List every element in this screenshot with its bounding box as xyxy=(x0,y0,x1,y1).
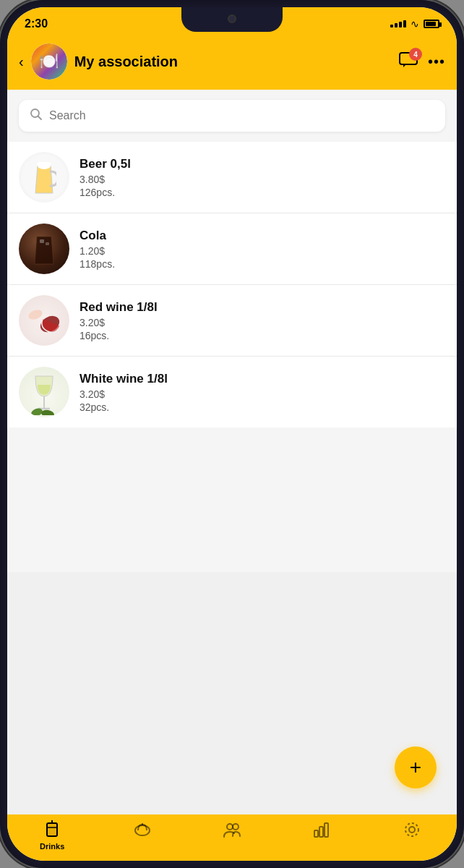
content-area: Beer 0,5l 3.80$ 126pcs. xyxy=(7,90,457,814)
beer-glass-icon xyxy=(32,158,56,196)
item-info: Beer 0,5l 3.80$ 126pcs. xyxy=(80,157,445,198)
page-title: My association xyxy=(74,54,392,70)
drinks-list: Beer 0,5l 3.80$ 126pcs. xyxy=(7,142,457,427)
svg-point-9 xyxy=(27,308,44,321)
notification-badge: 4 xyxy=(409,48,422,61)
item-name: Beer 0,5l xyxy=(80,157,445,171)
association-avatar xyxy=(31,43,67,80)
item-qty: 126pcs. xyxy=(80,187,445,198)
item-name: Red wine 1/8l xyxy=(80,300,445,315)
list-item[interactable]: Beer 0,5l 3.80$ 126pcs. xyxy=(7,142,457,213)
item-qty: 16pcs. xyxy=(80,330,445,341)
svg-rect-23 xyxy=(325,823,328,837)
header-actions: 4 ••• xyxy=(399,52,445,71)
svg-line-2 xyxy=(38,116,42,120)
item-qty: 32pcs. xyxy=(80,401,445,413)
item-price: 3.80$ xyxy=(80,174,445,185)
svg-point-5 xyxy=(44,162,51,166)
item-price: 1.20$ xyxy=(80,245,445,257)
header: ‹ My association 4 ••• xyxy=(7,36,457,90)
nav-item-settings[interactable] xyxy=(367,820,457,842)
camera xyxy=(228,14,236,23)
status-icons: ∿ xyxy=(390,18,439,30)
red-wine-icon xyxy=(22,299,66,342)
svg-point-19 xyxy=(227,824,233,830)
nav-item-members[interactable] xyxy=(187,820,277,842)
svg-point-25 xyxy=(405,823,418,836)
notch xyxy=(181,7,283,32)
add-button[interactable]: + xyxy=(395,746,437,788)
chat-button[interactable]: 4 xyxy=(399,52,418,71)
search-box xyxy=(19,100,445,132)
svg-rect-21 xyxy=(314,830,318,837)
nav-item-food[interactable] xyxy=(97,820,186,842)
item-thumbnail xyxy=(19,224,69,274)
list-item[interactable]: White wine 1/8l 3.20$ 32pcs. xyxy=(7,357,457,427)
bottom-nav: Drinks xyxy=(7,814,457,861)
battery-icon xyxy=(424,20,439,28)
item-thumbnail xyxy=(19,152,69,203)
item-price: 3.20$ xyxy=(80,388,445,400)
svg-rect-7 xyxy=(46,242,49,245)
item-qty: 118pcs. xyxy=(80,258,445,270)
svg-rect-22 xyxy=(319,827,323,837)
members-nav-icon xyxy=(223,820,241,839)
avatar xyxy=(31,43,67,80)
svg-rect-14 xyxy=(47,823,57,836)
svg-point-24 xyxy=(409,827,415,833)
nav-item-drinks[interactable]: Drinks xyxy=(7,820,97,851)
list-item[interactable]: Red wine 1/8l 3.20$ 16pcs. xyxy=(7,285,457,357)
item-name: Cola xyxy=(80,229,445,243)
svg-point-20 xyxy=(233,824,239,830)
more-button[interactable]: ••• xyxy=(428,54,445,70)
stats-nav-icon xyxy=(312,820,331,839)
empty-space xyxy=(7,427,457,572)
item-thumbnail xyxy=(19,295,69,346)
svg-point-13 xyxy=(40,409,54,415)
item-thumbnail xyxy=(19,367,69,417)
white-wine-icon xyxy=(22,369,66,415)
status-time: 2:30 xyxy=(25,17,48,30)
drinks-nav-icon xyxy=(43,820,61,839)
search-icon xyxy=(30,109,42,123)
item-info: White wine 1/8l 3.20$ 32pcs. xyxy=(80,372,445,413)
phone-screen: 2:30 ∿ ‹ My association xyxy=(7,7,457,861)
search-input[interactable] xyxy=(49,109,434,122)
item-name: White wine 1/8l xyxy=(80,372,445,386)
settings-nav-icon xyxy=(403,820,421,839)
wifi-icon: ∿ xyxy=(411,18,419,30)
svg-point-4 xyxy=(37,162,44,166)
nav-label-drinks: Drinks xyxy=(40,842,64,851)
phone-frame: 2:30 ∿ ‹ My association xyxy=(0,0,464,868)
item-price: 3.20$ xyxy=(80,317,445,328)
search-section xyxy=(7,90,457,142)
list-item[interactable]: Cola 1.20$ 118pcs. xyxy=(7,213,457,285)
signal-icon xyxy=(390,20,406,27)
cola-icon xyxy=(30,231,59,267)
nav-item-stats[interactable] xyxy=(277,820,366,842)
item-info: Red wine 1/8l 3.20$ 16pcs. xyxy=(80,300,445,341)
food-nav-icon xyxy=(133,820,152,839)
svg-rect-6 xyxy=(40,239,44,243)
item-info: Cola 1.20$ 118pcs. xyxy=(80,229,445,270)
back-button[interactable]: ‹ xyxy=(19,54,24,70)
